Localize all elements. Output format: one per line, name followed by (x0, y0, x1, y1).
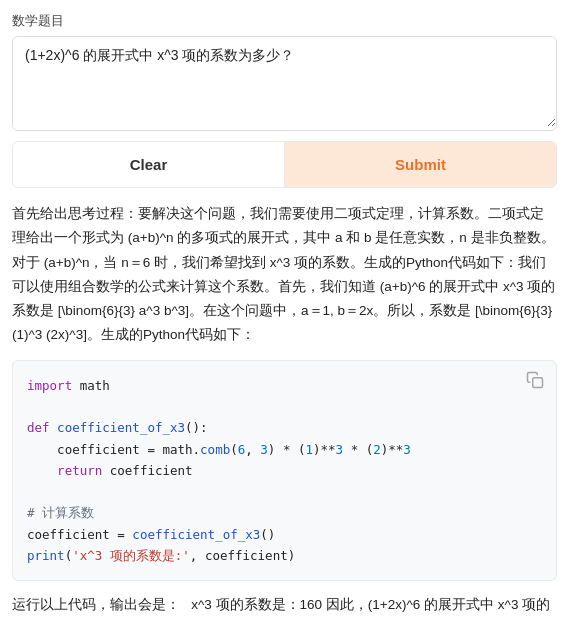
code-line-9: print('x^3 项的系数是:', coefficient) (27, 545, 542, 566)
code-content: import math def coefficient_of_x3(): coe… (27, 375, 542, 566)
code-line-2 (27, 396, 542, 417)
clear-button[interactable]: Clear (13, 142, 285, 187)
code-line-7: # 计算系数 (27, 502, 542, 523)
code-line-5: return coefficient (27, 460, 542, 481)
question-textarea[interactable]: (1+2x)^6 的展开式中 x^3 项的系数为多少？ (13, 37, 556, 127)
svg-rect-0 (533, 378, 543, 388)
code-line-3: def coefficient_of_x3(): (27, 417, 542, 438)
code-line-4: coefficient = math.comb(6, 3) * (1)**3 *… (27, 439, 542, 460)
submit-button[interactable]: Submit (285, 142, 556, 187)
main-container: 数学题目 (1+2x)^6 的展开式中 x^3 项的系数为多少？ Clear S… (0, 0, 569, 621)
action-buttons: Clear Submit (12, 141, 557, 188)
code-line-6 (27, 481, 542, 502)
section-title: 数学题目 (12, 12, 557, 30)
code-block: import math def coefficient_of_x3(): coe… (12, 360, 557, 581)
code-line-1: import math (27, 375, 542, 396)
result-paragraph: 运行以上代码，输出会是： x^3 项的系数是：160 因此，(1+2x)^6 的… (12, 593, 557, 621)
copy-icon[interactable] (526, 371, 544, 389)
answer-paragraph: 首先给出思考过程：要解决这个问题，我们需要使用二项式定理，计算系数。二项式定理给… (12, 202, 557, 348)
question-input-wrapper: (1+2x)^6 的展开式中 x^3 项的系数为多少？ (12, 36, 557, 131)
code-line-8: coefficient = coefficient_of_x3() (27, 524, 542, 545)
